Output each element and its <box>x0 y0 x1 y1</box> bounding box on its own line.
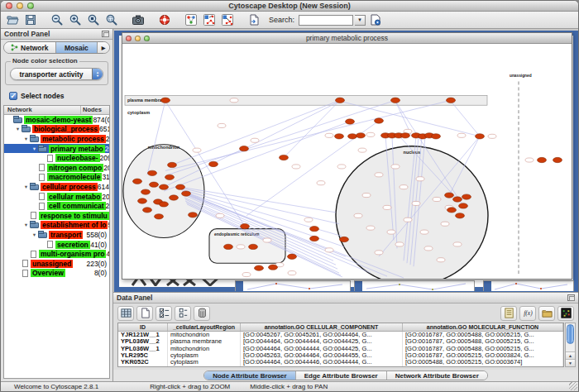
zoom-out-button[interactable] <box>49 12 65 27</box>
network-node[interactable] <box>255 265 264 270</box>
network-edge[interactable] <box>245 101 340 148</box>
network-node[interactable] <box>141 189 151 194</box>
network-node-unselected[interactable] <box>366 226 375 230</box>
matrix-view-button[interactable] <box>557 306 574 321</box>
search-options-button[interactable] <box>367 12 384 27</box>
network-node[interactable] <box>432 134 441 139</box>
network-node[interactable] <box>224 244 233 249</box>
table-row[interactable]: YPL036W__1mitochondrion[GO:0044464, GO:0… <box>118 346 563 352</box>
network-node-unselected[interactable] <box>317 181 325 185</box>
network-node[interactable] <box>462 194 471 199</box>
plasma-membrane-region[interactable] <box>125 95 487 105</box>
network-node-unselected[interactable] <box>218 123 226 127</box>
search-dropdown-button[interactable]: ▼ <box>355 15 366 26</box>
network-node[interactable] <box>161 98 170 103</box>
resize-grip[interactable] <box>569 382 577 390</box>
network-node[interactable] <box>189 213 198 218</box>
scroll-down-icon[interactable]: ▼ <box>566 359 575 366</box>
network-node-unselected[interactable] <box>457 133 466 137</box>
table-scrollbar[interactable]: ▲ ▼ <box>565 323 576 367</box>
network-node[interactable] <box>391 98 400 103</box>
column-header[interactable]: ID <box>118 323 168 331</box>
network-node[interactable] <box>447 98 456 103</box>
select-attributes-button[interactable] <box>156 306 172 321</box>
network-node-unselected[interactable] <box>437 258 445 262</box>
network-node[interactable] <box>150 182 159 187</box>
float-panel-icon[interactable] <box>567 294 575 301</box>
tree-row[interactable]: mosaic-demo-yeast874(0) <box>4 115 109 125</box>
network-node-unselected[interactable] <box>242 272 251 276</box>
expander-icon[interactable]: ▼ <box>22 222 30 227</box>
network-view-frame[interactable]: primary metabolic process plasma membran… <box>122 32 572 280</box>
network-node-unselected[interactable] <box>424 246 433 251</box>
network-node[interactable] <box>356 133 366 138</box>
vizmapper-button[interactable] <box>183 12 199 27</box>
unselect-attributes-button[interactable] <box>175 306 191 321</box>
save-session-button[interactable] <box>22 12 39 27</box>
expander-icon[interactable]: ▼ <box>14 127 22 131</box>
network-node[interactable] <box>447 208 457 213</box>
network-node[interactable] <box>335 134 344 139</box>
network-node[interactable] <box>310 236 319 241</box>
import-attributes-button[interactable] <box>538 306 555 321</box>
network-node[interactable] <box>209 161 218 166</box>
float-panel-icon[interactable] <box>102 31 109 37</box>
tree-row[interactable]: ▼biological_process651(0) <box>4 125 109 135</box>
tab-node-attribute-browser[interactable]: Node Attribute Browser <box>204 371 296 380</box>
function-builder-button[interactable]: f(x) <box>519 306 536 321</box>
network-snapshot-button[interactable] <box>130 12 146 27</box>
attribute-table-header[interactable]: ID_cellularLayoutRegionannotation.GO CEL… <box>118 323 563 332</box>
select-nodes-checkbox[interactable]: ✓ <box>9 92 17 100</box>
network-node[interactable] <box>288 254 297 259</box>
network-node-unselected[interactable] <box>362 193 371 197</box>
network-frame-titlebar[interactable]: primary metabolic process <box>122 33 572 44</box>
expander-icon[interactable]: ▼ <box>22 136 30 141</box>
network-node-unselected[interactable] <box>366 132 375 136</box>
network-node[interactable] <box>476 134 485 139</box>
node-attribute-table[interactable]: ID_cellularLayoutRegionannotation.GO CEL… <box>117 323 564 367</box>
tree-row[interactable]: unassigned223(0) <box>4 259 109 269</box>
tree-row[interactable]: response to stimulu264(0) <box>4 211 109 221</box>
network-node[interactable] <box>143 208 152 213</box>
table-row[interactable]: YKR052Ccytoplasm[GO:0044464, GO:0044446,… <box>118 359 563 366</box>
column-header[interactable]: annotation.GO CELLULAR_COMPONENT <box>241 323 403 331</box>
network-node-unselected[interactable] <box>453 242 462 246</box>
network-edge[interactable] <box>172 100 340 165</box>
network-node[interactable] <box>165 174 175 179</box>
expander-icon[interactable]: ▼ <box>31 146 38 151</box>
dropdown-stepper-icon[interactable]: ▲▼ <box>92 69 103 79</box>
network-node-unselected[interactable] <box>420 230 428 234</box>
network-node[interactable] <box>176 184 185 189</box>
network-node-unselected[interactable] <box>288 271 296 275</box>
tree-row[interactable]: ▼primary metabo209(... <box>4 144 109 154</box>
network-node[interactable] <box>459 203 468 208</box>
background-network-window[interactable] <box>354 280 475 291</box>
network-node[interactable] <box>249 244 258 249</box>
network-node[interactable] <box>445 193 454 198</box>
tab-edge-attribute-browser[interactable]: Edge Attribute Browser <box>296 371 387 380</box>
tree-row[interactable]: nucleobase-209(0) <box>4 153 109 163</box>
network-node[interactable] <box>269 265 278 270</box>
table-row[interactable]: YJR121W__1mitochondrion[GO:0045267, GO:0… <box>118 332 563 338</box>
network-node-unselected[interactable] <box>325 248 333 252</box>
network-node-unselected[interactable] <box>395 242 404 246</box>
network-node[interactable] <box>138 198 147 203</box>
zoom-in-button[interactable] <box>67 12 84 27</box>
background-network-window[interactable] <box>235 280 351 291</box>
network-edge[interactable] <box>451 101 480 136</box>
network-node-unselected[interactable] <box>433 197 441 201</box>
tree-row[interactable]: nitrogen compo209(0) <box>4 163 109 173</box>
network-edge[interactable] <box>284 100 340 157</box>
network-node-unselected[interactable] <box>304 218 313 222</box>
expander-icon[interactable]: ▼ <box>22 184 30 189</box>
tree-row[interactable]: cell communicat22(0) <box>4 201 109 211</box>
network-graph[interactable]: plasma membrane cytoplasm mitochondrion … <box>122 44 572 279</box>
network-node[interactable] <box>310 226 319 231</box>
network-node-unselected[interactable] <box>354 213 362 218</box>
network-node-unselected[interactable] <box>337 165 346 169</box>
table-row[interactable]: YLR295Ccytoplasm[GO:0045263, GO:0044464,… <box>118 352 563 359</box>
network-node[interactable] <box>182 191 191 196</box>
network-node[interactable] <box>346 119 355 124</box>
network-node[interactable] <box>375 118 384 123</box>
scrollbar-thumb[interactable] <box>567 324 574 344</box>
